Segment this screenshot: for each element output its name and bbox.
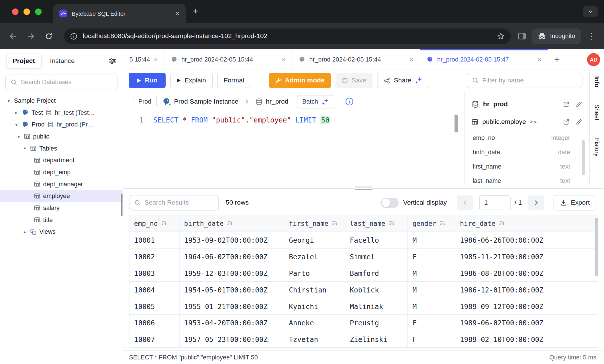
- table-cell[interactable]: 1953-09-02T00:00:00Z: [179, 232, 284, 248]
- batch-button[interactable]: Batch: [297, 95, 334, 108]
- table-cell[interactable]: Zielinski: [345, 331, 408, 348]
- filter-by-name[interactable]: [467, 73, 582, 88]
- column-header-first-name[interactable]: first_name: [284, 215, 345, 232]
- format-button[interactable]: Format: [217, 73, 251, 88]
- table-cell[interactable]: 10007: [129, 331, 179, 348]
- browser-menu-button[interactable]: ⋮: [581, 31, 599, 41]
- caret-down-icon[interactable]: ▾: [16, 134, 21, 139]
- column-row[interactable]: birth_date date: [464, 145, 589, 159]
- vertical-display-toggle[interactable]: [381, 198, 399, 208]
- table-cell[interactable]: 10003: [129, 265, 179, 282]
- column-row[interactable]: first_name text: [464, 159, 589, 174]
- column-header-birth-date[interactable]: birth_date: [179, 215, 284, 232]
- sort-icon[interactable]: [227, 220, 233, 226]
- results-search[interactable]: [129, 195, 219, 211]
- tree-item-dept-emp[interactable]: dept_emp: [0, 166, 123, 178]
- instance-breadcrumb[interactable]: Prod Sample Instance: [162, 97, 239, 106]
- table-cell[interactable]: Kyoichi: [284, 298, 345, 314]
- admin-mode-button[interactable]: Admin mode: [269, 73, 331, 88]
- run-button[interactable]: Run: [129, 73, 166, 88]
- worksheet-tab-3[interactable]: hr_prod 2024-02-05 15:44 ×: [292, 49, 420, 70]
- tab-info[interactable]: Info: [593, 76, 600, 87]
- table-cell[interactable]: 10002: [129, 248, 179, 265]
- caret-down-icon[interactable]: ▾: [6, 98, 11, 103]
- sidebar-resize-handle[interactable]: [121, 194, 122, 216]
- results-search-input[interactable]: [144, 199, 214, 207]
- table-cell[interactable]: 10006: [129, 314, 179, 331]
- table-cell[interactable]: 1957-05-23T00:00:00Z: [179, 331, 284, 348]
- table-cell[interactable]: 1986-12-01T00:00:00Z: [455, 281, 561, 298]
- database-breadcrumb[interactable]: hr_prod: [255, 98, 288, 105]
- back-button[interactable]: [9, 32, 18, 41]
- table-cell[interactable]: M: [408, 265, 455, 282]
- table-cell[interactable]: 10005: [129, 298, 179, 314]
- table-cell[interactable]: 1954-05-01T00:00:00Z: [179, 281, 284, 298]
- info-icon[interactable]: [345, 97, 354, 106]
- column-header-emp-no[interactable]: emp_no: [129, 215, 179, 232]
- tree-item-public[interactable]: ▾ public: [0, 130, 123, 143]
- table-cell[interactable]: F: [408, 331, 455, 348]
- tree-item-employee[interactable]: employee: [0, 190, 123, 202]
- filter-by-name-input[interactable]: [482, 77, 577, 84]
- table-cell[interactable]: Chirstian: [284, 281, 345, 298]
- table-cell[interactable]: Maliniak: [345, 298, 408, 314]
- edit-icon[interactable]: [576, 101, 583, 108]
- worksheet-tab-4-active[interactable]: hr_prod 2024-02-05 15:47 ×: [420, 49, 548, 70]
- table-cell[interactable]: Georgi: [284, 232, 345, 248]
- table-cell[interactable]: 1955-01-21T00:00:00Z: [179, 298, 284, 314]
- page-number-input[interactable]: [479, 195, 511, 210]
- info-panel-scrollbar[interactable]: [582, 140, 585, 175]
- tree-item-sample-project[interactable]: ▾ Sample Project: [0, 95, 123, 107]
- forward-button[interactable]: [26, 32, 35, 41]
- bookmark-star-icon[interactable]: [497, 32, 505, 40]
- table-cell[interactable]: Preusig: [345, 314, 408, 331]
- caret-right-icon[interactable]: ▸: [22, 229, 27, 235]
- close-icon[interactable]: ×: [282, 56, 286, 63]
- address-bar[interactable]: localhost:8080/sql-editor/prod-sample-in…: [64, 28, 511, 44]
- table-cell[interactable]: Tzvetan: [284, 331, 345, 348]
- table-cell[interactable]: Simmel: [345, 248, 408, 265]
- sort-icon[interactable]: [499, 220, 505, 226]
- external-link-icon[interactable]: [563, 101, 570, 108]
- tab-history[interactable]: History: [593, 137, 600, 157]
- external-link-icon[interactable]: [563, 118, 570, 125]
- window-close-button[interactable]: [12, 8, 19, 15]
- tab-project[interactable]: Project: [6, 54, 42, 68]
- sort-icon[interactable]: [389, 220, 395, 226]
- reload-button[interactable]: [44, 32, 53, 40]
- table-cell[interactable]: Bamford: [345, 265, 408, 282]
- table-cell[interactable]: Anneke: [284, 314, 345, 331]
- table-cell[interactable]: 1986-08-28T00:00:00Z: [455, 265, 561, 282]
- worksheet-tab-2[interactable]: hr_prod 2024-02-05 15:44 ×: [164, 49, 292, 70]
- close-icon[interactable]: ×: [538, 56, 542, 63]
- export-button[interactable]: Export: [554, 195, 596, 211]
- share-button[interactable]: Share: [377, 73, 429, 88]
- table-cell[interactable]: 10001: [129, 232, 179, 248]
- tree-item-tables[interactable]: ▾ Tables: [0, 142, 123, 154]
- site-info-icon[interactable]: [70, 33, 78, 40]
- database-search[interactable]: [5, 75, 117, 90]
- browser-tab[interactable]: Bytebase SQL Editor ×: [53, 4, 186, 23]
- table-scrollbar[interactable]: [595, 218, 598, 276]
- table-cell[interactable]: Parto: [284, 265, 345, 282]
- table-cell[interactable]: 1986-06-26T00:00:00Z: [455, 232, 561, 248]
- previous-page-button[interactable]: [457, 195, 473, 210]
- environment-chip[interactable]: Prod: [133, 96, 157, 107]
- edit-icon[interactable]: [576, 118, 583, 125]
- column-header-gender[interactable]: gender: [408, 215, 455, 232]
- next-page-button[interactable]: [528, 195, 544, 210]
- new-tab-button[interactable]: +: [193, 6, 198, 16]
- sort-icon[interactable]: [332, 220, 338, 226]
- tree-item-views[interactable]: ▸ Views: [0, 226, 123, 238]
- column-row[interactable]: last_name text: [464, 173, 589, 185]
- tab-search-button[interactable]: [583, 6, 598, 17]
- tree-settings-icon[interactable]: [108, 57, 117, 66]
- column-row[interactable]: emp_no integer: [464, 131, 589, 145]
- tree-item-department[interactable]: department: [0, 154, 123, 166]
- column-header-last-name[interactable]: last_name: [345, 215, 408, 232]
- table-cell[interactable]: 1959-12-03T00:00:00Z: [179, 265, 284, 282]
- tree-item-test[interactable]: ▸ Test hr_test (Test…: [0, 106, 123, 118]
- divider-drag-handle[interactable]: [355, 186, 372, 190]
- close-icon[interactable]: ×: [410, 56, 414, 63]
- table-cell[interactable]: F: [408, 248, 455, 265]
